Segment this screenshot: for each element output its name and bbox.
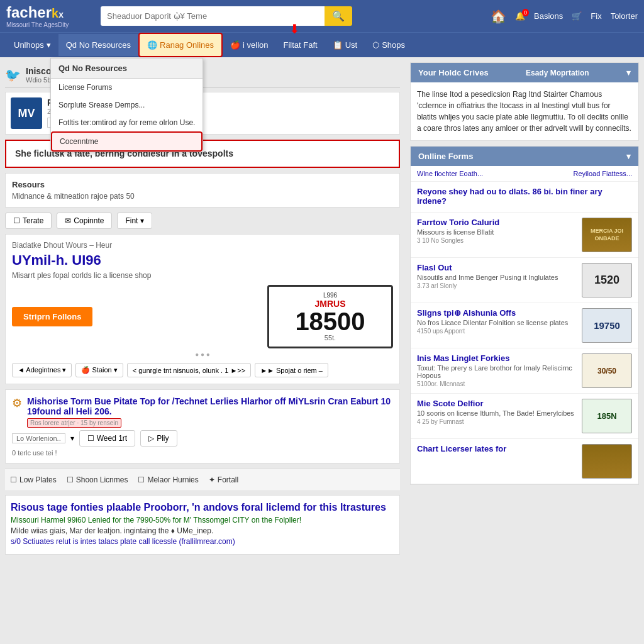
article-meta-meta: Ros lorere atrjer · 15 by rensein — [27, 418, 121, 428]
footer-article-line2: Milde wiias giais, Mar der leatjon. ingi… — [11, 526, 394, 535]
pliy-button[interactable]: ▷ Pliy — [140, 430, 177, 447]
bottom-nav-shoon-licnmes[interactable]: ☐ Shoon Licnmes — [67, 475, 128, 484]
page-logo: MV — [11, 97, 42, 129]
article-category[interactable]: Lo Worlenion.. — [12, 433, 65, 443]
bottom-nav-low-plates[interactable]: ☐ Low Plates — [10, 475, 57, 484]
home-icon[interactable]: 🏠 — [491, 9, 506, 24]
bottom-nav-melaor-hurnies[interactable]: ☐ Melaor Hurnies — [138, 475, 198, 484]
forms-item-2-meta: 3.73 arl Slonly — [417, 282, 577, 289]
spojat-btn[interactable]: ►► Spojat o riem – — [255, 363, 328, 377]
fint-button[interactable]: Fint ▾ — [117, 213, 152, 229]
basions-label[interactable]: Basions — [534, 11, 563, 21]
nav-ranag-onlines[interactable]: 🌐 Ranag Onlines ⬇ — [138, 33, 223, 57]
forms-item-2-img: 1520 — [582, 263, 632, 297]
forms-item-1-meta: 3 10 No Songles — [417, 237, 577, 244]
online-forms-chevron[interactable]: ▾ — [626, 152, 631, 161]
dropdown-arrow-icon: ▾ — [70, 434, 74, 443]
search-bar: 🔍 — [101, 6, 352, 26]
forms-item-6-title[interactable]: Chart Licerser lates for — [417, 444, 577, 453]
dropdown-item-fotltis[interactable]: Fotltis ter:omtirod ay for reme olrlon U… — [51, 114, 203, 131]
dropdown-item-sorplute[interactable]: Sorplute Srease Demps... — [51, 96, 203, 114]
nav-ust[interactable]: 📋 Ust — [325, 34, 365, 56]
twitter-icon: 🐦 — [5, 67, 21, 82]
featured-nav: ◄ Adegintnes ▾ 🍎 Staion ▾ < gunrgle tnt … — [12, 363, 393, 377]
forms-item-5-meta: 4 25 by Fumnast — [417, 418, 577, 425]
forms-item-3-title[interactable]: Sligns tpi⊕ Alshunia Offs — [417, 308, 577, 318]
forms-item-3-meta: 4150 ups Apporrt — [417, 328, 577, 335]
article-title[interactable]: Mishorise Torm Bue Pitate Top for /Techn… — [27, 396, 393, 416]
forms-item-6: Chart Licerser lates for — [411, 439, 638, 484]
forms-item-1-title[interactable]: Farrtow Torio Calurid — [417, 218, 577, 227]
online-forms-search: Wlne fiochter Eoath... Reyiload Fiattess… — [411, 166, 638, 182]
adegintnes-btn[interactable]: ◄ Adegintnes ▾ — [12, 363, 72, 377]
featured-content: Striprn Follons L996 JMRUS 18500 55t. — [12, 285, 393, 348]
dots-indicator: ● ● ● — [12, 351, 393, 358]
nav-dropdown: Qd No Resources License Forums Sorplute … — [50, 58, 203, 152]
forms-search-right[interactable]: Reyiload Fiattess... — [573, 170, 632, 177]
staion-btn[interactable]: 🍎 Staion ▾ — [75, 363, 123, 377]
forms-question-title[interactable]: Reyone shey had ou to dlats. 86 bi. bin … — [417, 187, 632, 206]
dropdown-item-forums[interactable]: License Forums — [51, 79, 203, 96]
bottom-nav-fortall[interactable]: ✦ Fortall — [209, 475, 238, 484]
ranag-icon: 🌐 — [147, 40, 157, 50]
action-buttons: ☐ Terate ✉ Copinnte Fint ▾ — [5, 213, 400, 229]
forms-item-5-img: 185N — [582, 399, 632, 433]
logo-x: x — [58, 9, 64, 19]
ust-icon: 📋 — [333, 40, 343, 50]
forms-item-1-desc: Missours is license Bllatit — [417, 228, 577, 236]
plate-extra: 55t. — [278, 334, 382, 341]
nav-qd-resources[interactable]: Qd No Resources — [58, 34, 138, 56]
forms-search-left[interactable]: Wlne fiochter Eoath... — [417, 170, 483, 177]
shops-icon: ⬡ — [372, 40, 379, 50]
terate-button[interactable]: ☐ Terate — [5, 213, 52, 229]
forms-item-4: Inis Mas Linglet Forkies Toxut: The prer… — [411, 348, 638, 394]
forms-item-2-desc: Nisoutils and Inme Benger Pusing it Ingl… — [417, 274, 577, 281]
featured-card-title[interactable]: UYmil-h. UI96 — [12, 252, 393, 269]
featured-card: Biadatke Dhout Wours – Heur UYmil-h. UI9… — [5, 234, 400, 384]
dropdown-header: Qd No Resources — [51, 58, 203, 79]
logo-k: k — [52, 6, 58, 20]
resources-section: Resours Midnance & mitneation rajoe pats… — [5, 173, 400, 208]
fortall-icon: ✦ — [209, 475, 215, 484]
forms-item-6-img — [582, 444, 632, 479]
logo-text: facher — [6, 4, 52, 21]
fix-icon[interactable]: 🛒 — [572, 11, 582, 21]
bottom-nav: ☐ Low Plates ☐ Shoon Licnmes ☐ Melaor Hu… — [5, 469, 400, 491]
footer-article-title[interactable]: Risous tage fonties plaable Prooborr, 'n… — [11, 502, 394, 513]
footer-article-line1: Missouri Harmel 99i60 Lenied for the 799… — [11, 516, 394, 525]
search-input[interactable] — [101, 6, 325, 26]
tolorter-label[interactable]: Tolorter — [611, 11, 638, 21]
resources-title: Resours — [12, 180, 393, 189]
right-panel-chevron[interactable]: ▾ — [626, 68, 631, 77]
search-button[interactable]: 🔍 — [325, 6, 352, 26]
logo-area: facherkx Missouri The AgesDity — [6, 4, 94, 28]
forms-item-4-meta: 5100or. Mlcnnast — [417, 380, 577, 387]
forms-item-4-title[interactable]: Inis Mas Linglet Forkies — [417, 353, 577, 363]
notification-icon[interactable]: 🔔0 — [515, 11, 525, 21]
nav-shops[interactable]: ⬡ Shops — [365, 34, 413, 56]
footer-article: Risous tage fonties plaable Prooborr, 'n… — [5, 495, 400, 555]
forms-item-5: Mie Scote Delfior 10 sooris on license I… — [411, 394, 638, 439]
copinnte-button[interactable]: ✉ Copinnte — [57, 213, 112, 229]
gunrgle-btn[interactable]: < gunrgle tnt nisnuois, olunk . 1 ►>> — [127, 363, 251, 377]
featured-cta-button[interactable]: Striprn Follons — [12, 307, 92, 326]
article-count: 0 terlc use tei ! — [12, 449, 393, 457]
forms-item-2-title[interactable]: Flasl Out — [417, 263, 577, 272]
forms-item-5-title[interactable]: Mie Scote Delfior — [417, 399, 577, 408]
nav-unlhops[interactable]: Unlhops ▾ — [6, 34, 58, 56]
fix-label[interactable]: Fix — [591, 11, 601, 21]
navbar: Unlhops ▾ Qd No Resources License Forums… — [0, 32, 644, 57]
weed-button[interactable]: ☐ Weed 1rt — [79, 430, 135, 447]
right-column: Your Holdc Crives Esady Moprtation ▾ The… — [405, 57, 644, 564]
forms-item-1: Farrtow Torio Calurid Missours is licens… — [411, 213, 638, 258]
forms-item-3-desc: No fros Licace Dilentar Folnition se lic… — [417, 319, 577, 326]
right-panel-header: Your Holdc Crives Esady Moprtation ▾ — [411, 63, 638, 82]
featured-card-header: Biadatke Dhout Wours – Heur — [12, 241, 393, 250]
forms-item-3: Sligns tpi⊕ Alshunia Offs No fros Licace… — [411, 303, 638, 348]
online-forms-header: Onlline Forms ▾ — [411, 147, 638, 166]
dropdown-item-cocenntme[interactable]: Cocenntme — [51, 131, 203, 152]
nav-i-vellon[interactable]: 🍎 i vellon — [223, 34, 275, 56]
nav-filtat-faft[interactable]: Filtat Faft — [276, 34, 325, 56]
online-forms-panel: Onlline Forms ▾ Wlne fiochter Eoath... R… — [410, 146, 639, 485]
forms-item-1-img: MERCIA JOIONBADE — [582, 218, 632, 252]
